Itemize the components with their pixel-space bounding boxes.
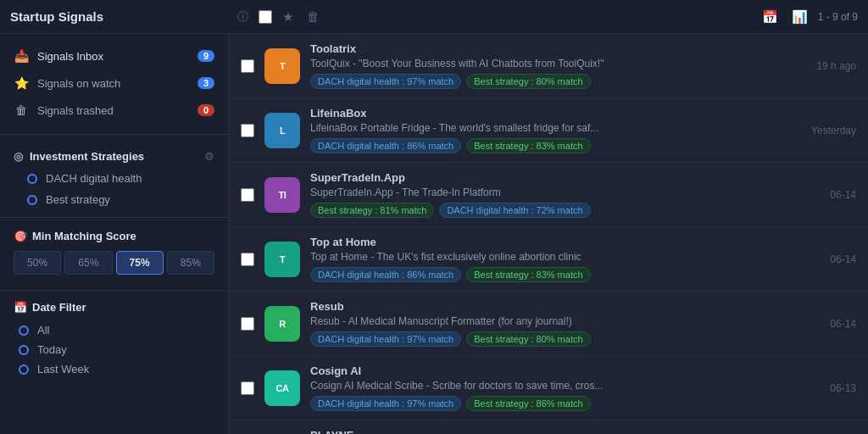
date-all-label: All xyxy=(37,324,49,337)
signal-avatar: CA xyxy=(264,370,300,406)
date-radio-all xyxy=(19,326,29,336)
star-icon: ⭐ xyxy=(14,76,29,90)
signal-avatar: R xyxy=(264,306,300,342)
signal-company: Resub xyxy=(310,300,787,313)
strategy-dach-dot xyxy=(27,174,37,184)
score-50-button[interactable]: 50% xyxy=(14,251,61,275)
signal-title: Resub - AI Medical Manuscript Formatter … xyxy=(310,315,717,327)
signal-info: PLAYNE PLAYNE : The Meditation Game DACH… xyxy=(310,429,787,434)
signal-company: Top at Home xyxy=(310,236,787,248)
score-75-button[interactable]: 75% xyxy=(116,251,164,275)
signal-checkbox[interactable] xyxy=(241,59,254,73)
select-all-checkbox[interactable] xyxy=(259,10,272,24)
inbox-icon: 📥 xyxy=(14,49,29,63)
info-icon[interactable]: ⓘ xyxy=(237,9,248,25)
sidebar-item-watch[interactable]: ⭐ Signals on watch 3 xyxy=(0,70,228,97)
signal-tag: DACH digital health : 97% match xyxy=(310,74,461,89)
inbox-badge: 9 xyxy=(198,50,214,62)
date-icon: 📅 xyxy=(14,301,27,314)
signal-tag: DACH digital health : 72% match xyxy=(439,203,590,218)
date-option-lastweek[interactable]: Last Week xyxy=(14,359,214,379)
signal-row[interactable]: CA Cosign AI Cosign AI Medical Scribe - … xyxy=(229,356,868,420)
date-option-today[interactable]: Today xyxy=(14,340,214,359)
signal-tags: DACH digital health : 97% matchBest stra… xyxy=(310,331,787,347)
sidebar-nav-section: 📥 Signals Inbox 9 ⭐ Signals on watch 3 🗑… xyxy=(0,34,228,127)
trashed-label: Signals trashed xyxy=(37,104,189,117)
signal-row[interactable]: R Resub Resub - AI Medical Manuscript Fo… xyxy=(229,292,868,356)
signal-checkbox[interactable] xyxy=(241,188,254,202)
trash-button[interactable]: 🗑 xyxy=(303,8,323,25)
signal-row[interactable]: T Toolatrix ToolQuix - "Boost Your Busin… xyxy=(229,34,868,98)
signal-date: 06-14 xyxy=(797,318,856,330)
signal-checkbox[interactable] xyxy=(241,253,254,266)
score-label-text: Min Matching Score xyxy=(32,230,136,242)
signal-tags: DACH digital health : 97% matchBest stra… xyxy=(310,396,787,411)
signal-avatar: T xyxy=(264,242,300,277)
date-label-text: Date Filter xyxy=(32,301,86,314)
signal-title: Top at Home - The UK's fist exclusively … xyxy=(310,251,717,263)
date-label: 📅 Date Filter xyxy=(14,301,214,314)
signal-checkbox[interactable] xyxy=(241,381,254,395)
signal-company: Toolatrix xyxy=(310,42,787,55)
signal-row[interactable]: TI SuperTradeIn.App SuperTradeIn.App - T… xyxy=(229,163,868,227)
signal-company: SuperTradeIn.App xyxy=(310,171,787,184)
signal-title: ToolQuix - "Boost Your Business with AI … xyxy=(310,58,717,70)
signal-tags: Best strategy : 81% matchDACH digital he… xyxy=(310,203,787,218)
date-lastweek-label: Last Week xyxy=(37,363,89,376)
date-today-label: Today xyxy=(37,343,67,356)
calendar-button[interactable]: 📅 xyxy=(759,8,782,26)
signals-list: T Toolatrix ToolQuix - "Boost Your Busin… xyxy=(229,34,868,434)
signal-tag: Best strategy : 83% match xyxy=(466,138,590,153)
strategies-section-header: ◎ Investment Strategies ⚙ xyxy=(0,142,228,168)
trashed-badge: 0 xyxy=(198,104,214,116)
strategy-best[interactable]: Best strategy xyxy=(0,189,228,210)
signal-row[interactable]: T Top at Home Top at Home - The UK's fis… xyxy=(229,227,868,292)
sidebar-item-trashed[interactable]: 🗑 Signals trashed 0 xyxy=(0,97,228,124)
score-icon: 🎯 xyxy=(14,230,27,242)
star-button[interactable]: ★ xyxy=(279,8,297,26)
date-radio-lastweek xyxy=(19,364,29,375)
strategy-best-label: Best strategy xyxy=(46,193,110,206)
signal-info: Cosign AI Cosign AI Medical Scribe - Scr… xyxy=(310,364,787,411)
strategies-gear-button[interactable]: ⚙ xyxy=(204,150,214,163)
strategy-dach[interactable]: DACH digital health xyxy=(0,168,228,189)
signal-info: SuperTradeIn.App SuperTradeIn.App - The … xyxy=(310,171,787,218)
date-option-all[interactable]: All xyxy=(14,320,214,340)
chart-button[interactable]: 📊 xyxy=(788,8,811,26)
signal-company: LifeinaBox xyxy=(310,107,787,120)
sidebar: 📥 Signals Inbox 9 ⭐ Signals on watch 3 🗑… xyxy=(0,34,229,434)
signal-title: SuperTradeIn.App - The Trade-In Platform xyxy=(310,186,717,198)
signal-tag: Best strategy : 83% match xyxy=(466,267,590,282)
score-buttons: 50% 65% 75% 85% xyxy=(14,251,214,275)
strategies-icon: ◎ xyxy=(14,150,23,163)
signal-checkbox[interactable] xyxy=(241,317,254,331)
signal-row[interactable]: L LifeinaBox LifeinaBox Portable Fridge … xyxy=(229,98,868,163)
signal-info: Toolatrix ToolQuix - "Boost Your Busines… xyxy=(310,42,787,89)
top-header: Startup Signals ⓘ ★ 🗑 📅 📊 1 - 9 of 9 xyxy=(0,0,868,34)
signal-date: 06-14 xyxy=(797,189,856,201)
signal-tags: DACH digital health : 97% matchBest stra… xyxy=(310,74,787,89)
score-section: 🎯 Min Matching Score 50% 65% 75% 85% xyxy=(0,225,228,283)
trash-icon: 🗑 xyxy=(14,103,29,117)
signal-tag: Best strategy : 80% match xyxy=(466,74,590,89)
signal-date: 06-14 xyxy=(797,253,856,265)
date-radio-today xyxy=(19,345,29,355)
signal-checkbox[interactable] xyxy=(241,124,254,137)
signal-avatar: L xyxy=(264,113,300,148)
sidebar-item-inbox[interactable]: 📥 Signals Inbox 9 xyxy=(0,42,228,70)
score-85-button[interactable]: 85% xyxy=(167,251,214,275)
inbox-label: Signals Inbox xyxy=(37,50,189,63)
signal-info: Top at Home Top at Home - The UK's fist … xyxy=(310,236,787,282)
signal-tag: DACH digital health : 97% match xyxy=(310,331,461,347)
signal-company: PLAYNE xyxy=(310,429,787,434)
divider-1 xyxy=(0,134,228,135)
watch-label: Signals on watch xyxy=(37,77,189,90)
divider-3 xyxy=(0,290,228,291)
signal-tag: DACH digital health : 86% match xyxy=(310,267,461,282)
signal-row[interactable]: P PLAYNE PLAYNE : The Meditation Game DA… xyxy=(229,420,868,434)
divider-2 xyxy=(0,217,228,218)
signal-date: Yesterday xyxy=(797,125,856,136)
score-65-button[interactable]: 65% xyxy=(64,251,112,275)
signal-avatar: TI xyxy=(264,177,300,213)
signal-company: Cosign AI xyxy=(310,364,787,377)
